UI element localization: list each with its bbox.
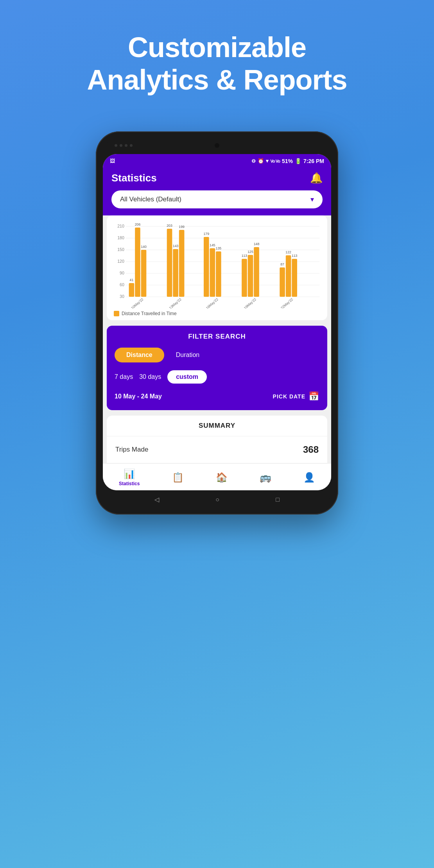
status-minus-icon: ⊖ [251, 158, 256, 164]
app-header: Statistics 🔔 [103, 168, 331, 190]
svg-text:122: 122 [285, 250, 291, 254]
home-nav-button[interactable]: ○ [215, 496, 219, 503]
summary-row-trips: Trips Made 368 [107, 436, 327, 463]
nav-item-profile[interactable]: 👤 [303, 472, 315, 483]
status-battery: 51% [282, 158, 293, 164]
nav-item-reports[interactable]: 📋 [172, 472, 184, 483]
svg-rect-38 [280, 267, 285, 297]
svg-text:203: 203 [167, 223, 172, 227]
svg-text:60: 60 [120, 282, 124, 287]
hero-title: Customizable Analytics & Reports [87, 31, 347, 96]
vehicle-dropdown-label: All Vehicles (Default) [120, 195, 181, 203]
svg-text:30: 30 [120, 294, 124, 298]
svg-rect-32 [242, 259, 247, 297]
svg-text:148: 148 [254, 242, 260, 246]
pick-date-button[interactable]: PICK DATE 📅 [273, 391, 319, 402]
summary-card: SUMMARY Trips Made 368 [107, 416, 327, 463]
svg-rect-16 [135, 228, 140, 297]
days-custom-option[interactable]: custom [167, 370, 207, 384]
status-wifi-icon: ▾ [266, 158, 269, 164]
svg-text:199: 199 [179, 224, 185, 228]
filter-tab-duration[interactable]: Duration [164, 348, 211, 362]
bottom-nav: 📊 Statistics 📋 🏠 🚌 👤 [103, 463, 331, 490]
svg-text:210: 210 [117, 223, 124, 228]
svg-rect-24 [179, 230, 185, 297]
svg-text:125: 125 [247, 249, 253, 253]
summary-trips-value: 368 [303, 444, 319, 455]
status-bar: 🖼 ⊖ ⏰ ▾ Vo Vo 51% 🔋 7:26 PM [103, 154, 331, 168]
legend-color-swatch [114, 311, 119, 316]
vehicles-nav-icon: 🚌 [260, 472, 271, 483]
nav-item-statistics[interactable]: 📊 Statistics [119, 468, 140, 486]
calendar-icon: 📅 [308, 391, 319, 402]
notification-bell-icon[interactable]: 🔔 [310, 172, 323, 184]
nav-item-vehicles[interactable]: 🚌 [260, 472, 271, 483]
svg-text:145: 145 [210, 243, 215, 247]
days-7-option[interactable]: 7 days [115, 373, 133, 380]
status-icon-image: 🖼 [110, 158, 115, 164]
status-battery-icon: 🔋 [295, 158, 301, 164]
svg-rect-20 [167, 229, 172, 297]
statistics-nav-label: Statistics [119, 481, 140, 486]
svg-text:41: 41 [130, 278, 134, 282]
statistics-nav-icon: 📊 [124, 468, 135, 479]
svg-rect-18 [141, 250, 147, 297]
svg-rect-22 [173, 249, 178, 297]
phone-frame: 🖼 ⊖ ⏰ ▾ Vo Vo 51% 🔋 7:26 PM Statistics 🔔… [96, 131, 338, 515]
svg-text:140: 140 [141, 244, 147, 248]
back-nav-button[interactable]: ◁ [154, 496, 159, 503]
svg-text:113: 113 [292, 253, 298, 257]
days-30-option[interactable]: 30 days [139, 373, 161, 380]
profile-nav-icon: 👤 [303, 472, 315, 483]
svg-rect-36 [254, 247, 259, 297]
svg-text:13May'22: 13May'22 [169, 297, 182, 308]
svg-text:180: 180 [117, 235, 124, 240]
summary-trips-label: Trips Made [115, 446, 148, 454]
svg-text:150: 150 [117, 247, 124, 251]
svg-text:179: 179 [204, 231, 210, 235]
svg-rect-14 [129, 283, 135, 297]
status-signal-icon: Vo Vo [271, 159, 280, 163]
home-nav-icon: 🏠 [216, 472, 228, 483]
svg-text:90: 90 [120, 270, 124, 275]
vehicle-dropdown[interactable]: All Vehicles (Default) ▾ [111, 190, 323, 208]
recents-nav-button[interactable]: □ [276, 496, 280, 503]
chart-legend-text: Distance Travelled in Time [122, 311, 177, 316]
svg-rect-42 [292, 259, 297, 297]
chevron-down-icon: ▾ [310, 195, 314, 204]
svg-rect-28 [210, 248, 215, 297]
status-time: 7:26 PM [303, 158, 324, 164]
chart-card: 210 180 150 120 90 60 30 41 206 [107, 215, 327, 320]
filter-tab-distance[interactable]: Distance [115, 348, 164, 362]
svg-text:19May'22: 19May'22 [243, 297, 257, 308]
pick-date-label: PICK DATE [273, 393, 305, 400]
svg-text:135: 135 [216, 246, 222, 250]
status-alarm-icon: ⏰ [258, 158, 264, 164]
svg-rect-30 [216, 251, 221, 297]
svg-text:87: 87 [280, 262, 284, 266]
svg-text:10May'22: 10May'22 [130, 297, 144, 308]
svg-rect-26 [204, 237, 209, 297]
svg-text:22May'22: 22May'22 [280, 297, 294, 308]
svg-text:120: 120 [117, 258, 124, 263]
svg-text:206: 206 [135, 222, 141, 226]
nav-item-home[interactable]: 🏠 [216, 472, 228, 483]
filter-title: FILTER SEARCH [115, 333, 319, 341]
svg-rect-34 [248, 255, 253, 297]
reports-nav-icon: 📋 [172, 472, 184, 483]
app-title: Statistics [111, 172, 157, 184]
svg-text:16May'22: 16May'22 [205, 297, 219, 308]
svg-rect-40 [286, 255, 291, 297]
phone-screen: 🖼 ⊖ ⏰ ▾ Vo Vo 51% 🔋 7:26 PM Statistics 🔔… [103, 154, 331, 490]
filter-card: FILTER SEARCH Distance Duration 7 days 3… [107, 326, 327, 410]
svg-text:143: 143 [173, 244, 179, 247]
summary-title: SUMMARY [107, 416, 327, 436]
svg-text:113: 113 [242, 253, 247, 257]
date-range-display: 10 May - 24 May [115, 393, 162, 400]
